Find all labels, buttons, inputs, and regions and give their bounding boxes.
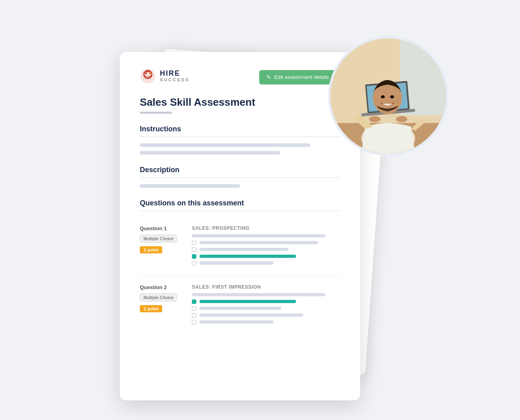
svg-point-3 [149, 72, 151, 74]
person-photo-inner [331, 38, 446, 154]
question-left-1: Question 1 Multiple Choice 1 point [140, 225, 184, 268]
answer-option [192, 254, 340, 259]
checkbox-2-1 [192, 299, 196, 304]
description-line-1 [140, 184, 240, 188]
answer-line-2-2 [200, 307, 281, 310]
question-text-line-1 [192, 234, 325, 237]
description-content [140, 184, 340, 188]
table-row: Question 1 Multiple Choice 1 point SALES… [140, 217, 340, 276]
answer-line-1-3-correct [200, 255, 296, 258]
answer-option [192, 241, 340, 245]
answer-option [192, 306, 340, 311]
assessment-title: Sales Skill Assessment [140, 96, 340, 109]
answer-line-1-2 [200, 248, 288, 251]
questions-divider [140, 211, 340, 211]
checkbox-1-2 [192, 247, 196, 252]
question-right-2: SALES: FIRST IMPRESSION [192, 284, 340, 327]
question-type-badge-1: Multiple Choice [140, 235, 177, 243]
question-category-2: SALES: FIRST IMPRESSION [192, 284, 340, 290]
edit-icon: ✎ [266, 74, 271, 80]
question-points-badge-2: 1 point [140, 305, 162, 312]
answer-option [192, 313, 340, 318]
instructions-content [140, 143, 340, 155]
person-photo-circle [328, 36, 448, 156]
question-text-line-2 [192, 293, 325, 296]
answer-line-2-1-correct [200, 300, 296, 303]
checkbox-1-4 [192, 261, 196, 265]
instructions-section-title: Instructions [140, 125, 340, 133]
logo-text: HIRE SUCCESS [160, 70, 189, 82]
table-row: Question 2 Multiple Choice 1 point SALES… [140, 276, 340, 335]
answer-line-2-3 [200, 313, 303, 317]
edit-assessment-button[interactable]: ✎ Edit assessment details [259, 70, 336, 84]
scene: HIRE SUCCESS ✎ Edit assessment details S… [120, 40, 400, 380]
question-left-2: Question 2 Multiple Choice 1 point [140, 284, 184, 327]
person-illustration [331, 38, 446, 154]
answer-line-1-4 [200, 261, 274, 265]
answer-option [192, 247, 340, 252]
answer-option [192, 299, 340, 304]
instructions-divider [140, 137, 340, 137]
question-number-2: Question 2 [140, 284, 184, 290]
checkbox-2-4 [192, 320, 196, 324]
question-number-1: Question 1 [140, 225, 184, 231]
question-type-badge-2: Multiple Choice [140, 293, 177, 301]
svg-point-2 [145, 72, 147, 74]
questions-section-title: Questions on this assessment [140, 199, 340, 207]
instruction-line-1 [140, 143, 310, 147]
checkbox-1-3 [192, 254, 196, 259]
checkbox-2-3 [192, 313, 196, 318]
hire-success-logo-icon [140, 68, 156, 84]
description-section-title: Description [140, 166, 340, 174]
question-category-1: SALES: PROSPECTING [192, 225, 340, 231]
checkbox-1-1 [192, 241, 196, 245]
question-points-badge-1: 1 point [140, 246, 162, 253]
instruction-line-2 [140, 151, 280, 155]
checkbox-2-2 [192, 306, 196, 311]
svg-point-13 [390, 95, 394, 98]
question-right-1: SALES: PROSPECTING [192, 225, 340, 268]
description-divider [140, 177, 340, 178]
svg-point-12 [381, 95, 385, 98]
title-underline [140, 112, 172, 114]
main-card: HIRE SUCCESS ✎ Edit assessment details S… [120, 52, 360, 400]
answer-option [192, 261, 340, 265]
answer-option [192, 320, 340, 324]
edit-button-label: Edit assessment details [274, 74, 329, 80]
svg-point-15 [396, 116, 407, 122]
answer-line-2-4 [200, 320, 274, 324]
svg-point-14 [369, 116, 381, 122]
answer-line-1-1 [200, 241, 318, 244]
